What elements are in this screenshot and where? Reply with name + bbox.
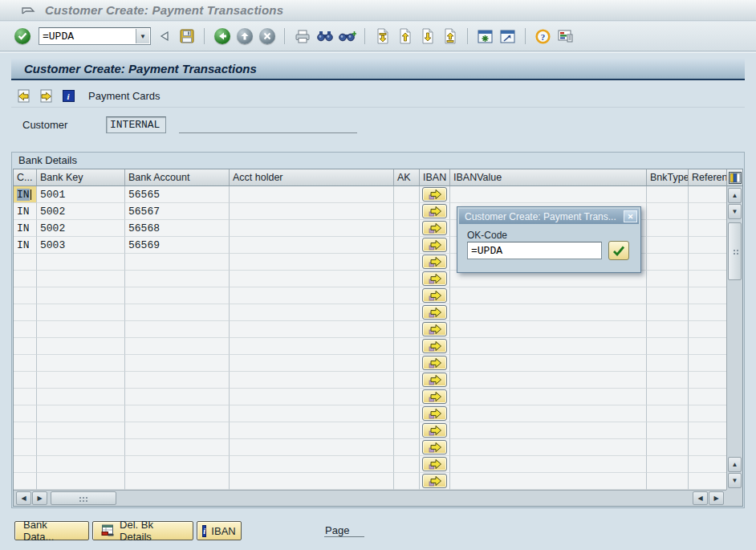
cell-iban[interactable] xyxy=(420,405,450,422)
cell-country[interactable] xyxy=(14,456,37,473)
iban-footer-button[interactable]: i IBAN xyxy=(197,521,242,540)
cell-bank_account[interactable] xyxy=(125,439,230,456)
cell-bnk_type[interactable] xyxy=(647,186,689,203)
next-screen-icon[interactable] xyxy=(39,89,53,104)
command-field[interactable]: =UPDA ▼ xyxy=(39,27,151,45)
cell-bank_account[interactable] xyxy=(125,271,230,287)
cell-bank_account[interactable]: 56569 xyxy=(125,237,230,254)
cell-iban[interactable] xyxy=(420,473,450,490)
iban-button[interactable] xyxy=(422,356,447,370)
cell-acct_holder[interactable] xyxy=(230,422,394,439)
collapse-command-icon[interactable] xyxy=(155,27,173,46)
cell-bank_key[interactable] xyxy=(37,372,125,389)
scroll-left-end-icon[interactable]: ◀ xyxy=(693,491,708,505)
cell-reference[interactable] xyxy=(689,422,728,439)
cell-ak[interactable] xyxy=(394,321,420,338)
cell-bank_key[interactable]: 5001 xyxy=(37,186,125,203)
cell-bank_key[interactable] xyxy=(37,405,125,422)
cell-bank_account[interactable]: 56568 xyxy=(125,220,230,237)
page-down-icon[interactable] xyxy=(418,27,437,46)
cell-bank_account[interactable] xyxy=(125,405,230,422)
cell-acct_holder[interactable] xyxy=(230,203,394,220)
cell-country[interactable] xyxy=(14,304,37,321)
cell-bank_key[interactable] xyxy=(37,456,125,473)
cell-iban_value[interactable] xyxy=(450,456,647,473)
del-bk-details-button[interactable]: Del. Bk Details xyxy=(92,521,193,540)
bank-data-button[interactable]: Bank Data... xyxy=(14,521,89,540)
iban-button[interactable] xyxy=(422,305,447,320)
cell-reference[interactable] xyxy=(689,473,728,490)
cell-reference[interactable] xyxy=(689,237,728,254)
page-field[interactable] xyxy=(324,536,364,537)
cell-reference[interactable] xyxy=(689,405,728,422)
cell-reference[interactable] xyxy=(689,439,728,456)
column-header-reference[interactable]: Referenc xyxy=(689,169,728,186)
iban-button[interactable] xyxy=(422,288,447,303)
cell-reference[interactable] xyxy=(689,338,728,355)
cell-iban[interactable] xyxy=(420,254,450,271)
customer-name-field[interactable] xyxy=(179,132,357,133)
cell-bnk_type[interactable] xyxy=(647,304,689,321)
scroll-right-end-icon[interactable]: ▶ xyxy=(709,491,724,505)
cell-country[interactable] xyxy=(14,473,37,490)
cell-country[interactable] xyxy=(14,271,37,287)
create-shortcut-icon[interactable] xyxy=(498,27,517,46)
cell-iban[interactable] xyxy=(420,304,450,321)
cell-bank_key[interactable] xyxy=(37,422,125,439)
cell-country[interactable] xyxy=(14,254,37,271)
cell-bank_key[interactable] xyxy=(37,304,125,321)
cell-ak[interactable] xyxy=(394,338,420,355)
cell-ak[interactable] xyxy=(394,372,420,389)
iban-button[interactable] xyxy=(422,406,447,421)
horizontal-scrollbar[interactable]: ◀ ▶ ◀ ▶ xyxy=(14,490,727,506)
cell-iban[interactable] xyxy=(420,203,450,220)
cell-bnk_type[interactable] xyxy=(647,439,689,456)
cell-bank_account[interactable] xyxy=(125,372,230,389)
cell-ak[interactable] xyxy=(394,237,420,254)
enter-icon[interactable] xyxy=(13,27,31,46)
cell-country[interactable]: IN xyxy=(14,237,37,254)
iban-button[interactable] xyxy=(422,339,447,353)
cell-bnk_type[interactable] xyxy=(647,220,689,237)
close-icon[interactable]: ✕ xyxy=(624,210,637,222)
iban-button[interactable] xyxy=(422,238,447,252)
cell-bnk_type[interactable] xyxy=(647,473,689,490)
cell-ak[interactable] xyxy=(394,389,420,405)
cell-acct_holder[interactable] xyxy=(230,186,394,203)
column-header-bank_account[interactable]: Bank Account xyxy=(125,169,230,186)
cell-bank_account[interactable]: 56565 xyxy=(125,186,230,203)
scroll-left-icon[interactable]: ◀ xyxy=(16,491,31,505)
cell-iban_value[interactable] xyxy=(450,287,647,304)
back-icon[interactable] xyxy=(213,27,231,46)
cell-ak[interactable] xyxy=(394,271,420,287)
column-header-iban_value[interactable]: IBANValue xyxy=(450,169,647,186)
cell-iban_value[interactable] xyxy=(450,338,647,355)
cell-country[interactable] xyxy=(14,389,37,405)
page-up-icon[interactable] xyxy=(396,27,414,46)
cell-reference[interactable] xyxy=(689,220,728,237)
cell-iban[interactable] xyxy=(420,271,450,287)
cell-reference[interactable] xyxy=(689,186,728,203)
cell-ak[interactable] xyxy=(394,422,420,439)
cell-country[interactable] xyxy=(14,439,37,456)
cell-bank_key[interactable]: 5003 xyxy=(37,237,125,254)
cell-iban_value[interactable] xyxy=(450,422,647,439)
cell-bank_account[interactable] xyxy=(125,389,230,405)
cell-iban[interactable] xyxy=(420,439,450,456)
cell-country[interactable]: IN xyxy=(14,220,37,237)
cell-acct_holder[interactable] xyxy=(230,287,394,304)
cell-acct_holder[interactable] xyxy=(230,271,394,287)
cell-iban_value[interactable] xyxy=(450,372,647,389)
column-header-country[interactable]: C... xyxy=(14,169,37,186)
first-page-icon[interactable] xyxy=(373,27,392,46)
iban-button[interactable] xyxy=(422,221,447,235)
cell-reference[interactable] xyxy=(689,203,728,220)
cell-acct_holder[interactable] xyxy=(230,254,394,271)
cell-ak[interactable] xyxy=(394,405,420,422)
cell-acct_holder[interactable] xyxy=(230,237,394,254)
iban-button[interactable] xyxy=(422,440,447,454)
cell-bank_key[interactable] xyxy=(37,271,125,287)
cell-iban_value[interactable] xyxy=(450,321,647,338)
cell-country[interactable] xyxy=(14,287,37,304)
cell-bank_key[interactable] xyxy=(37,321,125,338)
